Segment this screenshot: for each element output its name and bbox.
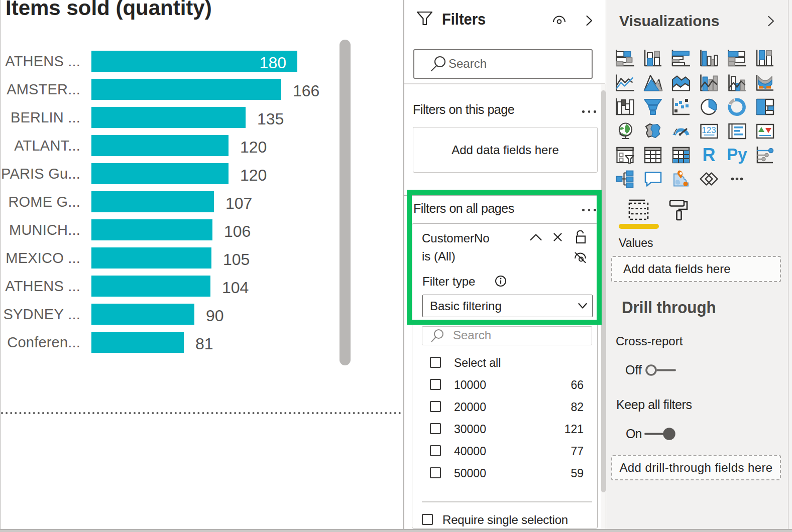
- svg-text:123: 123: [702, 125, 716, 135]
- svg-text:R: R: [703, 145, 716, 165]
- svg-text:Py: Py: [727, 145, 747, 164]
